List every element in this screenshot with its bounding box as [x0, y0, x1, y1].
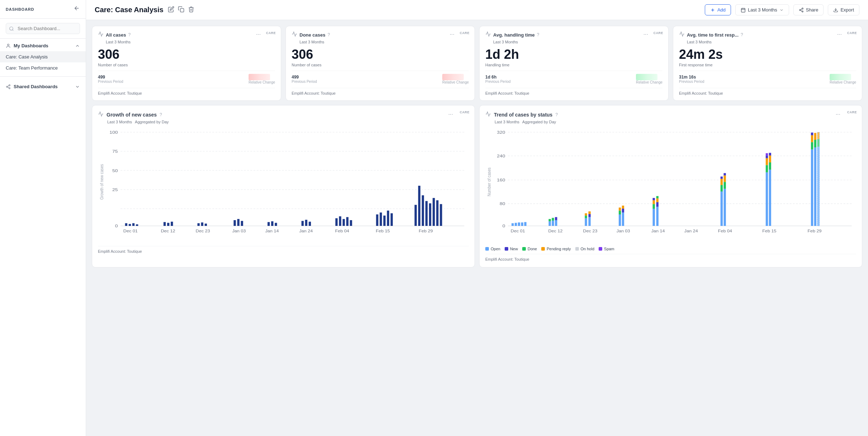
svg-rect-93	[552, 218, 554, 221]
svg-rect-94	[555, 220, 557, 226]
question-icon[interactable]: ?	[537, 32, 539, 37]
sidebar-divider	[0, 76, 86, 77]
date-range-button[interactable]: Last 3 Months	[735, 4, 789, 15]
change-bar	[442, 74, 464, 80]
edit-icon[interactable]	[168, 6, 174, 14]
svg-rect-100	[589, 214, 591, 217]
chevron-up-icon	[75, 43, 80, 48]
more-menu-icon[interactable]: ···	[450, 31, 454, 38]
svg-rect-114	[656, 198, 659, 202]
question-icon[interactable]: ?	[741, 32, 743, 37]
share-icon	[799, 8, 804, 13]
svg-rect-53	[380, 213, 382, 226]
legend-item-onhold: On hold	[575, 247, 595, 251]
topbar-right: Add Last 3 Months Share Exp	[705, 4, 859, 15]
svg-rect-59	[422, 195, 424, 226]
svg-rect-124	[766, 172, 768, 226]
question-icon[interactable]: ?	[128, 32, 131, 37]
svg-rect-126	[766, 158, 768, 165]
metric-card-done-cases: Done cases ? ··· CARE Last 3 Months 306 …	[286, 26, 475, 101]
share-button[interactable]: Share	[793, 4, 824, 15]
shared-dashboards-label: Shared Dashboards	[14, 84, 58, 89]
more-menu-icon[interactable]: ···	[837, 31, 842, 38]
my-dashboards-label: My Dashboards	[14, 43, 48, 48]
svg-rect-54	[383, 215, 386, 226]
svg-rect-120	[724, 189, 726, 226]
svg-rect-121	[724, 182, 726, 189]
svg-rect-87	[518, 222, 520, 226]
svg-text:Feb 15: Feb 15	[762, 229, 776, 233]
question-icon[interactable]: ?	[555, 112, 558, 117]
more-menu-icon[interactable]: ···	[448, 111, 453, 118]
add-button[interactable]: Add	[705, 4, 731, 15]
svg-rect-123	[724, 173, 726, 175]
svg-point-14	[802, 11, 803, 12]
calendar-icon	[741, 8, 746, 13]
sidebar-item-case-analysis[interactable]: Care: Case Analysis	[0, 51, 86, 62]
svg-rect-104	[619, 208, 621, 211]
svg-rect-135	[811, 135, 813, 142]
question-icon[interactable]: ?	[160, 112, 162, 117]
svg-rect-129	[769, 170, 771, 226]
shared-dashboards-header[interactable]: Shared Dashboards	[0, 80, 86, 92]
svg-text:Number of cases: Number of cases	[486, 167, 491, 196]
svg-rect-116	[721, 191, 723, 226]
svg-text:Feb 04: Feb 04	[718, 229, 732, 233]
sidebar-item-team-performance[interactable]: Care: Team Performance	[0, 62, 86, 74]
svg-rect-139	[814, 133, 816, 140]
svg-text:Dec 23: Dec 23	[196, 229, 210, 233]
svg-rect-42	[271, 221, 273, 226]
my-dashboards-header[interactable]: My Dashboards	[0, 39, 86, 51]
search-input[interactable]	[6, 23, 80, 34]
svg-text:Feb 04: Feb 04	[335, 229, 349, 233]
svg-point-1	[8, 44, 9, 46]
more-menu-icon[interactable]: ···	[643, 31, 648, 38]
plus-icon	[710, 8, 715, 13]
svg-rect-106	[622, 209, 624, 213]
svg-rect-101	[589, 211, 591, 214]
metric-card-first-response: Avg. time to first resp... ? ··· CARE La…	[673, 26, 862, 101]
svg-rect-136	[811, 133, 813, 135]
svg-rect-40	[241, 221, 243, 226]
svg-rect-105	[622, 213, 624, 226]
svg-rect-56	[391, 213, 393, 226]
svg-rect-35	[197, 223, 199, 226]
back-icon[interactable]	[74, 5, 80, 13]
svg-text:50: 50	[112, 168, 118, 173]
legend-color-pending	[541, 247, 545, 251]
svg-text:Jan 03: Jan 03	[617, 229, 630, 233]
change-bar	[636, 74, 657, 80]
question-icon[interactable]: ?	[327, 32, 330, 37]
search-icon	[9, 26, 14, 31]
svg-rect-60	[425, 201, 428, 226]
legend-color-new	[505, 247, 508, 251]
svg-rect-36	[201, 222, 203, 226]
legend-item-pending: Pending reply	[541, 247, 571, 251]
svg-text:75: 75	[112, 149, 118, 154]
shared-dashboards-section: Shared Dashboards	[0, 80, 86, 92]
svg-rect-99	[589, 217, 591, 226]
card-icon	[292, 31, 297, 38]
delete-icon[interactable]	[188, 6, 194, 14]
main-content: Care: Case Analysis	[86, 0, 868, 436]
export-button[interactable]: Export	[828, 4, 859, 15]
more-menu-icon[interactable]: ···	[836, 111, 840, 118]
page-title: Care: Case Analysis	[95, 6, 164, 14]
svg-rect-134	[811, 142, 813, 149]
svg-rect-41	[268, 222, 270, 226]
svg-rect-137	[814, 147, 816, 226]
svg-rect-51	[350, 220, 352, 226]
legend-color-done	[522, 247, 526, 251]
my-dashboards-section: My Dashboards Care: Case Analysis Care: …	[0, 39, 86, 74]
legend-item-spam: Spam	[599, 247, 614, 251]
legend-color-onhold	[575, 247, 579, 251]
svg-rect-64	[440, 204, 442, 226]
svg-text:Jan 14: Jan 14	[265, 229, 279, 233]
share-icon	[6, 84, 11, 89]
svg-rect-138	[814, 140, 816, 147]
svg-rect-43	[275, 223, 277, 226]
copy-icon[interactable]	[178, 6, 184, 14]
more-menu-icon[interactable]: ···	[256, 31, 261, 38]
svg-text:Jan 03: Jan 03	[232, 229, 246, 233]
legend-item-done: Done	[522, 247, 537, 251]
